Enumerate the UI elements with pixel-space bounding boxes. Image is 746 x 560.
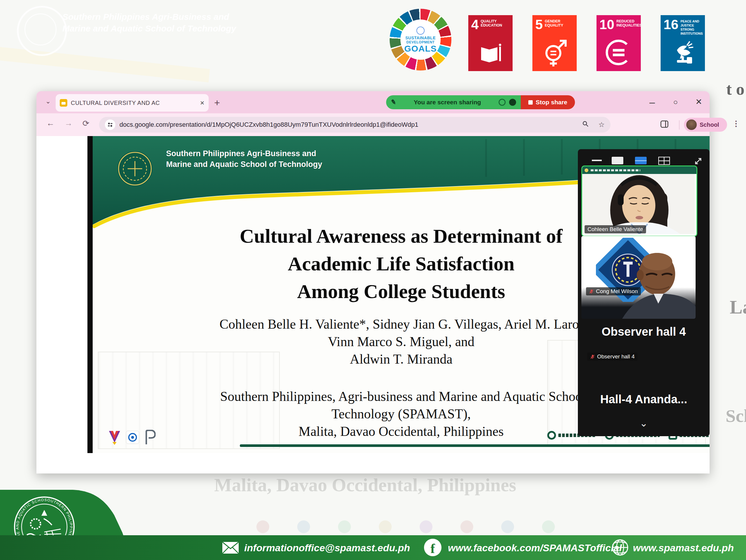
stop-share-label: Stop share — [536, 99, 567, 106]
browser-menu-icon[interactable]: ⋮ — [732, 119, 740, 128]
un-emblem-icon — [417, 27, 425, 35]
observer-hall-name: Observer hall 4 — [597, 353, 635, 360]
partner-logo-circle-icon — [126, 431, 139, 444]
sdg4-label: Quality Education — [481, 18, 502, 27]
globe-dot-icon — [547, 431, 556, 440]
active-tab[interactable]: CULTURAL DIVERSITY AND AC ✕ — [56, 94, 209, 112]
participant-woman-figure — [582, 166, 695, 234]
slide-org-line2: Marine and Aquatic School of Technology — [166, 159, 322, 170]
sdg5-number: 5 — [535, 18, 543, 31]
browser-toolbar: ← → ⟳ docs.google.com/presentation/d/1Mp… — [36, 113, 710, 136]
sdg5-label: Gender Equality — [545, 18, 563, 27]
slides-favicon-icon — [60, 99, 67, 107]
panel-expand-icon[interactable] — [694, 157, 702, 167]
partner-logo-v-icon — [108, 430, 121, 445]
sdg10-number: 10 — [599, 18, 614, 31]
participant-name-label: Cohleen Belle Valiente — [584, 225, 646, 233]
screen-sharing-banner: ✎ You are screen sharing — [386, 95, 521, 109]
sdg-badge-4: 4 Quality Education — [468, 15, 513, 71]
bookmark-star-icon[interactable]: ☆ — [598, 121, 605, 129]
search-icon[interactable] — [582, 120, 589, 129]
sdg-badge-10: 10 Reduced Inequalities — [597, 15, 641, 71]
address-bar[interactable]: docs.google.com/presentation/d/1MpOjQ6UC… — [99, 117, 610, 132]
participant-man-figure — [619, 242, 696, 319]
footer-facebook: www.facebook.com/SPAMASTofficial — [448, 542, 622, 554]
participant2-name-label: Cong Mel Wilson — [586, 287, 641, 295]
video-tile-speaker[interactable]: Cohleen Belle Valiente — [581, 166, 697, 237]
browser-tabstrip: ⌄ CULTURAL DIVERSITY AND AC ✕ + ✎ You ar… — [36, 91, 710, 113]
observer-hall-text: Observer hall 4 — [578, 325, 710, 338]
sdg-wheel-center: SUSTAINABLE DEVELOPMENT GOALS — [400, 20, 440, 60]
banner-seal-icon — [584, 169, 589, 172]
new-tab-button[interactable]: + — [214, 97, 220, 108]
sdg16-label: Peace and Justice Strong Institutions — [681, 18, 702, 35]
tab-search-chevron-icon[interactable]: ⌄ — [42, 98, 54, 108]
reload-button[interactable]: ⟳ — [83, 119, 89, 128]
slide-org-name: Southern Philippines Agri-Business and M… — [166, 148, 322, 170]
footer-email: informationoffice@spamast.edu.ph — [244, 542, 410, 554]
hall4-text: Hall-4 Ananda... — [578, 393, 710, 406]
tab-close-icon[interactable]: ✕ — [200, 100, 205, 106]
mic-muted-icon — [590, 354, 595, 359]
back-button[interactable]: ← — [46, 119, 55, 128]
panel-split-view-icon[interactable] — [635, 157, 647, 164]
ghost-text-top: t o — [726, 79, 745, 99]
watermark-seal-inner-ring — [25, 13, 57, 46]
equality-icon — [597, 38, 641, 67]
panel-scroll-chevron-icon[interactable]: ⌄ — [578, 417, 710, 429]
ghost-text-mid: La — [730, 296, 746, 318]
sdg-wheel-line3: GOALS — [404, 44, 437, 53]
share-options-icon[interactable] — [509, 99, 516, 106]
sdg4-number: 4 — [471, 18, 479, 31]
gender-equality-icon — [533, 38, 577, 67]
profile-name: School — [700, 121, 719, 128]
stop-icon — [528, 100, 533, 105]
window-minimize-button[interactable]: – — [645, 96, 659, 108]
sdg-wheel-line1: SUSTAINABLE — [405, 35, 436, 40]
participant1-name: Cohleen Belle Valiente — [587, 226, 643, 233]
stop-share-button[interactable]: Stop share — [521, 95, 575, 109]
tab-title: CULTURAL DIVERSITY AND AC — [71, 100, 196, 106]
footer-website: www.spamast.edu.ph — [633, 542, 734, 554]
observer-hall-name-label: Observer hall 4 — [587, 353, 638, 361]
window-close-button[interactable]: ✕ — [692, 96, 706, 109]
annotate-icon[interactable]: ✎ — [390, 98, 397, 107]
site-info-icon[interactable] — [105, 119, 115, 130]
pause-share-icon[interactable] — [498, 99, 506, 106]
poster-canvas: Southern Philippines Agri-Business and M… — [0, 0, 746, 560]
slide-partner-logos — [108, 430, 155, 445]
sharing-status-text: You are screen sharing — [400, 99, 495, 106]
panel-minimize-icon[interactable] — [592, 160, 602, 161]
avatar — [686, 119, 697, 130]
email-icon — [222, 542, 239, 554]
sdg-badge-5: 5 Gender Equality — [533, 15, 577, 71]
mic-muted-icon — [589, 289, 594, 294]
ghost-slide-echo: Malita, Davao Occidental, Philippines — [214, 474, 516, 496]
profile-chip[interactable]: School — [684, 118, 727, 132]
partner-logo-p-icon — [144, 430, 155, 445]
video-tile-participant2[interactable]: Cong Mel Wilson — [581, 236, 696, 319]
window-restore-button[interactable]: ○ — [669, 96, 682, 109]
footer-bar: informationoffice@spamast.edu.ph f www.f… — [0, 535, 746, 560]
toolbar-divider — [679, 120, 680, 130]
facebook-icon: f — [424, 539, 441, 556]
dove-gavel-icon — [661, 37, 705, 67]
panel-speaker-view-icon[interactable] — [612, 157, 623, 164]
panel-gallery-view-icon[interactable] — [658, 157, 670, 166]
watermark-org-line1: Southern Philippines Agri-Business and — [62, 11, 236, 23]
slide-org-line1: Southern Philippines Agri-Business and — [166, 148, 322, 159]
globe-icon — [611, 539, 629, 556]
slide-footer-rule — [240, 444, 710, 447]
watermark-org-line2: Marine and Aquatic School of Technology — [62, 23, 236, 34]
sdg-badge-16: 16 Peace and Justice Strong Institutions — [661, 15, 705, 71]
sdg10-label: Reduced Inequalities — [616, 18, 641, 27]
background-banner — [582, 166, 696, 174]
watermark-org-name: Southern Philippines Agri-Business and M… — [62, 11, 236, 34]
forward-button[interactable]: → — [64, 119, 73, 128]
book-icon — [468, 40, 513, 67]
sdg16-number: 16 — [663, 18, 679, 31]
side-panel-icon[interactable] — [660, 120, 669, 130]
ghost-text-bottom: Sch — [726, 406, 746, 426]
video-call-panel: Cohleen Belle Valiente — [578, 149, 710, 436]
banner-text — [591, 169, 640, 171]
